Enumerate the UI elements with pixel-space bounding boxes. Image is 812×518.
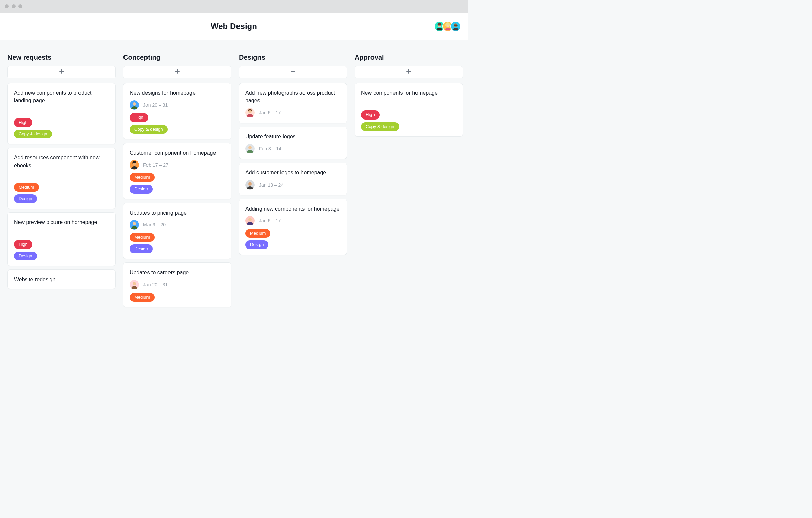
plus-icon: [406, 69, 411, 75]
tag-design[interactable]: Design: [130, 244, 153, 253]
assignee-avatar[interactable]: [245, 108, 255, 117]
card-title: Add new components to product landing pa…: [14, 89, 109, 105]
card-title: Add customer logos to homepage: [245, 169, 341, 176]
svg-rect-6: [454, 24, 458, 26]
svg-point-26: [248, 182, 252, 186]
task-card[interactable]: Add new components to product landing pa…: [7, 83, 116, 144]
tag-medium[interactable]: Medium: [130, 293, 155, 302]
card-date: Jan 6 – 17: [259, 110, 281, 115]
card-tags: MediumDesign: [14, 183, 109, 203]
traffic-close-icon[interactable]: [5, 4, 9, 8]
tag-design[interactable]: Design: [245, 240, 268, 249]
assignee-avatar[interactable]: [130, 100, 139, 110]
add-card-button[interactable]: [355, 66, 463, 78]
board-column: New requestsAdd new components to produc…: [7, 53, 116, 293]
card-title: Updates to pricing page: [130, 209, 225, 217]
card-title: New designs for homepage: [130, 89, 225, 97]
card-meta: Jan 20 – 31: [130, 280, 225, 289]
tag-design[interactable]: Design: [14, 194, 37, 203]
svg-point-24: [248, 146, 252, 149]
task-card[interactable]: Update feature logosFeb 3 – 14: [239, 127, 347, 159]
tag-high[interactable]: High: [130, 113, 148, 122]
task-card[interactable]: Add resources component with new ebooksM…: [7, 148, 116, 209]
card-title: New preview picture on homepage: [14, 219, 109, 226]
assignee-avatar[interactable]: [245, 144, 255, 153]
card-date: Jan 20 – 31: [143, 282, 168, 287]
column-title: New requests: [7, 53, 116, 61]
board-column: ConceptingNew designs for homepageJan 20…: [123, 53, 231, 311]
tag-medium[interactable]: Medium: [130, 173, 155, 182]
add-card-button[interactable]: [7, 66, 116, 78]
task-card[interactable]: New components for homepageHighCopy & de…: [355, 83, 463, 137]
card-date: Jan 6 – 17: [259, 218, 281, 223]
add-card-button[interactable]: [123, 66, 231, 78]
card-title: Updates to careers page: [130, 269, 225, 276]
card-tags: MediumDesign: [130, 233, 225, 253]
assignee-avatar[interactable]: [130, 280, 139, 289]
card-title: Add resources component with new ebooks: [14, 154, 109, 169]
assignee-avatar[interactable]: [130, 160, 139, 170]
assignee-avatar[interactable]: [245, 216, 255, 225]
tag-medium[interactable]: Medium: [130, 233, 155, 242]
tag-copy[interactable]: Copy & design: [361, 122, 399, 131]
card-title: Website redesign: [14, 276, 109, 283]
card-meta: Feb 17 – 27: [130, 160, 225, 170]
svg-point-12: [133, 102, 136, 106]
tag-design[interactable]: Design: [130, 185, 153, 193]
assignee-avatar[interactable]: [245, 180, 255, 190]
card-meta: Jan 6 – 17: [245, 216, 341, 225]
card-date: Feb 3 – 14: [259, 146, 281, 151]
column-title: Designs: [239, 53, 347, 61]
task-card[interactable]: Website redesign: [7, 269, 116, 289]
task-card[interactable]: Customer component on homepageFeb 17 – 2…: [123, 143, 231, 199]
plus-icon: [290, 69, 296, 75]
svg-point-18: [133, 282, 136, 285]
svg-point-16: [133, 222, 136, 225]
task-card[interactable]: New designs for homepageJan 20 – 31HighC…: [123, 83, 231, 139]
traffic-minimize-icon[interactable]: [12, 4, 16, 8]
task-card[interactable]: Add customer logos to homepageJan 13 – 2…: [239, 163, 347, 195]
tag-design[interactable]: Design: [14, 252, 37, 260]
card-date: Jan 20 – 31: [143, 102, 168, 108]
card-date: Feb 17 – 27: [143, 162, 168, 168]
assignee-avatar[interactable]: [130, 220, 139, 230]
card-title: Add new photographs across product pages: [245, 89, 341, 105]
add-card-button[interactable]: [239, 66, 347, 78]
tag-high[interactable]: High: [361, 110, 380, 119]
card-date: Mar 9 – 20: [143, 222, 166, 228]
task-card[interactable]: Adding new components for homepageJan 6 …: [239, 199, 347, 255]
card-tags: HighCopy & design: [14, 118, 109, 138]
tag-medium[interactable]: Medium: [14, 183, 39, 192]
tag-high[interactable]: High: [14, 118, 32, 127]
page-header: Web Design: [0, 13, 468, 40]
plus-icon: [59, 69, 64, 75]
tag-copy[interactable]: Copy & design: [14, 130, 52, 138]
task-card[interactable]: Updates to careers pageJan 20 – 31Medium: [123, 262, 231, 307]
card-tags: HighDesign: [14, 240, 109, 260]
tag-high[interactable]: High: [14, 240, 32, 249]
board-column: DesignsAdd new photographs across produc…: [239, 53, 347, 258]
tag-copy[interactable]: Copy & design: [130, 125, 168, 134]
card-tags: MediumDesign: [245, 229, 341, 249]
card-date: Jan 13 – 24: [259, 182, 284, 188]
card-meta: Jan 20 – 31: [130, 100, 225, 110]
window-titlebar: [0, 0, 468, 13]
card-tags: HighCopy & design: [130, 113, 225, 133]
task-card[interactable]: New preview picture on homepageHighDesig…: [7, 212, 116, 266]
card-title: Customer component on homepage: [130, 149, 225, 157]
card-tags: HighCopy & design: [361, 110, 456, 131]
project-title: Web Design: [211, 22, 257, 31]
task-card[interactable]: Updates to pricing pageMar 9 – 20MediumD…: [123, 203, 231, 259]
avatar[interactable]: [450, 21, 461, 32]
card-meta: Feb 3 – 14: [245, 144, 341, 153]
card-meta: Mar 9 – 20: [130, 220, 225, 230]
column-title: Concepting: [123, 53, 231, 61]
traffic-zoom-icon[interactable]: [18, 4, 22, 8]
svg-point-28: [248, 218, 252, 221]
task-card[interactable]: Add new photographs across product pages…: [239, 83, 347, 123]
card-tags: Medium: [130, 293, 225, 302]
card-tags: MediumDesign: [130, 173, 225, 193]
tag-medium[interactable]: Medium: [245, 229, 270, 238]
card-meta: Jan 6 – 17: [245, 108, 341, 117]
plus-icon: [175, 69, 180, 75]
